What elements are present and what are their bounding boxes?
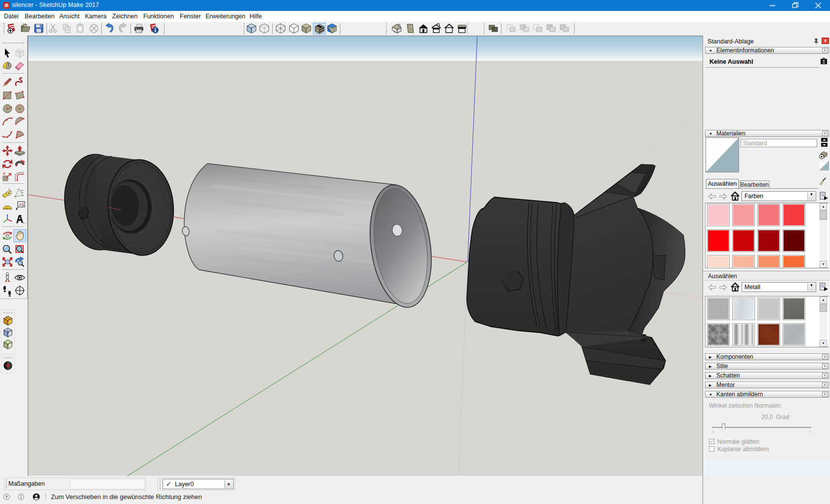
svg-text:A1: A1 bbox=[19, 202, 25, 207]
